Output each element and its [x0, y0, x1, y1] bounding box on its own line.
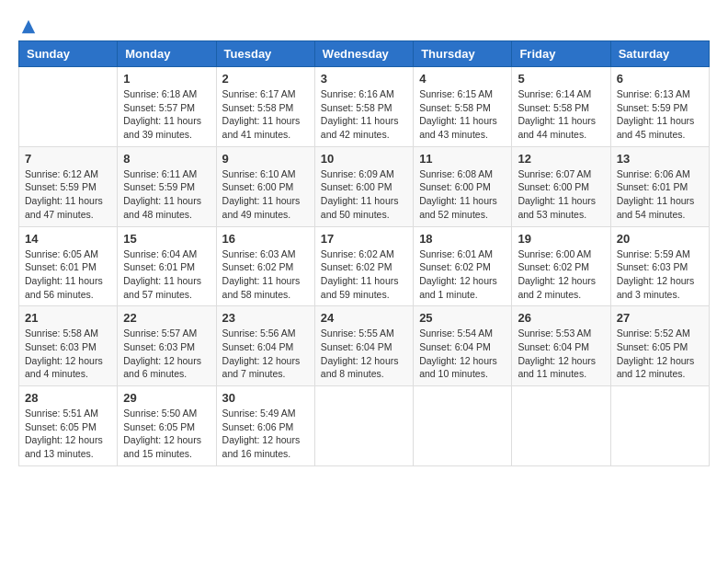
day-number: 25 [419, 311, 506, 325]
day-info: Sunrise: 6:02 AM Sunset: 6:02 PM Dayligh… [321, 247, 407, 302]
day-number: 30 [222, 391, 309, 405]
day-info: Sunrise: 5:58 AM Sunset: 6:03 PM Dayligh… [25, 327, 111, 381]
calendar-cell [19, 67, 118, 147]
day-number: 16 [222, 232, 309, 246]
calendar-cell: 13Sunrise: 6:06 AM Sunset: 6:01 PM Dayli… [610, 146, 709, 226]
day-number: 22 [123, 311, 210, 325]
day-header-tuesday: Tuesday [216, 41, 314, 67]
day-info: Sunrise: 6:04 AM Sunset: 6:01 PM Dayligh… [123, 247, 210, 302]
day-header-thursday: Thursday [414, 41, 512, 67]
day-info: Sunrise: 5:54 AM Sunset: 6:04 PM Dayligh… [419, 327, 506, 381]
day-number: 17 [321, 232, 407, 246]
calendar-cell [314, 386, 413, 466]
day-info: Sunrise: 6:14 AM Sunset: 5:58 PM Dayligh… [518, 87, 604, 142]
calendar-cell: 28Sunrise: 5:51 AM Sunset: 6:05 PM Dayli… [19, 386, 118, 466]
day-number: 23 [222, 311, 309, 325]
day-info: Sunrise: 6:12 AM Sunset: 5:59 PM Dayligh… [25, 167, 111, 222]
day-number: 27 [617, 311, 703, 325]
calendar-cell: 4Sunrise: 6:15 AM Sunset: 5:58 PM Daylig… [414, 67, 512, 147]
calendar-cell: 18Sunrise: 6:01 AM Sunset: 6:02 PM Dayli… [414, 226, 512, 306]
day-info: Sunrise: 6:06 AM Sunset: 6:01 PM Dayligh… [617, 167, 703, 222]
calendar-cell: 14Sunrise: 6:05 AM Sunset: 6:01 PM Dayli… [19, 226, 118, 306]
day-info: Sunrise: 6:13 AM Sunset: 5:59 PM Dayligh… [617, 87, 703, 142]
day-header-friday: Friday [512, 41, 610, 67]
day-info: Sunrise: 6:18 AM Sunset: 5:57 PM Dayligh… [123, 87, 210, 142]
day-number: 1 [123, 72, 210, 86]
logo [18, 18, 37, 31]
svg-marker-0 [22, 20, 35, 33]
day-number: 9 [222, 152, 309, 166]
day-header-monday: Monday [118, 41, 216, 67]
calendar-cell: 11Sunrise: 6:08 AM Sunset: 6:00 PM Dayli… [414, 146, 512, 226]
calendar-cell: 12Sunrise: 6:07 AM Sunset: 6:00 PM Dayli… [512, 146, 610, 226]
day-info: Sunrise: 6:00 AM Sunset: 6:02 PM Dayligh… [518, 247, 604, 302]
day-number: 6 [617, 72, 703, 86]
calendar-cell: 16Sunrise: 6:03 AM Sunset: 6:02 PM Dayli… [216, 226, 314, 306]
calendar-cell: 2Sunrise: 6:17 AM Sunset: 5:58 PM Daylig… [216, 67, 314, 147]
page-header [18, 18, 710, 31]
calendar-cell: 9Sunrise: 6:10 AM Sunset: 6:00 PM Daylig… [216, 146, 314, 226]
calendar-cell: 20Sunrise: 5:59 AM Sunset: 6:03 PM Dayli… [610, 226, 709, 306]
day-info: Sunrise: 5:53 AM Sunset: 6:04 PM Dayligh… [518, 327, 604, 381]
day-number: 13 [617, 152, 703, 166]
day-info: Sunrise: 6:01 AM Sunset: 6:02 PM Dayligh… [419, 247, 506, 302]
calendar-cell: 30Sunrise: 5:49 AM Sunset: 6:06 PM Dayli… [216, 386, 314, 466]
day-number: 2 [222, 72, 309, 86]
calendar-cell: 29Sunrise: 5:50 AM Sunset: 6:05 PM Dayli… [118, 386, 216, 466]
day-number: 20 [617, 232, 703, 246]
calendar-cell [610, 386, 709, 466]
day-info: Sunrise: 5:51 AM Sunset: 6:05 PM Dayligh… [25, 407, 111, 461]
day-info: Sunrise: 6:15 AM Sunset: 5:58 PM Dayligh… [419, 87, 506, 142]
calendar-cell: 21Sunrise: 5:58 AM Sunset: 6:03 PM Dayli… [19, 306, 118, 386]
day-info: Sunrise: 5:50 AM Sunset: 6:05 PM Dayligh… [123, 407, 210, 461]
calendar-cell: 22Sunrise: 5:57 AM Sunset: 6:03 PM Dayli… [118, 306, 216, 386]
calendar-week-2: 7Sunrise: 6:12 AM Sunset: 5:59 PM Daylig… [19, 146, 710, 226]
day-info: Sunrise: 6:05 AM Sunset: 6:01 PM Dayligh… [25, 247, 111, 302]
day-info: Sunrise: 6:16 AM Sunset: 5:58 PM Dayligh… [321, 87, 407, 142]
day-info: Sunrise: 6:17 AM Sunset: 5:58 PM Dayligh… [222, 87, 309, 142]
day-number: 26 [518, 311, 604, 325]
day-number: 10 [321, 152, 407, 166]
day-info: Sunrise: 6:07 AM Sunset: 6:00 PM Dayligh… [518, 167, 604, 222]
day-number: 15 [123, 232, 210, 246]
day-header-saturday: Saturday [610, 41, 709, 67]
calendar-cell: 25Sunrise: 5:54 AM Sunset: 6:04 PM Dayli… [414, 306, 512, 386]
calendar-cell: 8Sunrise: 6:11 AM Sunset: 5:59 PM Daylig… [118, 146, 216, 226]
day-header-sunday: Sunday [19, 41, 118, 67]
calendar-cell [512, 386, 610, 466]
day-info: Sunrise: 6:10 AM Sunset: 6:00 PM Dayligh… [222, 167, 309, 222]
day-info: Sunrise: 5:59 AM Sunset: 6:03 PM Dayligh… [617, 247, 703, 302]
day-info: Sunrise: 6:08 AM Sunset: 6:00 PM Dayligh… [419, 167, 506, 222]
day-info: Sunrise: 5:56 AM Sunset: 6:04 PM Dayligh… [222, 327, 309, 381]
calendar-cell [414, 386, 512, 466]
day-number: 28 [25, 391, 111, 405]
day-number: 18 [419, 232, 506, 246]
calendar-cell: 27Sunrise: 5:52 AM Sunset: 6:05 PM Dayli… [610, 306, 709, 386]
calendar-week-4: 21Sunrise: 5:58 AM Sunset: 6:03 PM Dayli… [19, 306, 710, 386]
day-number: 12 [518, 152, 604, 166]
calendar-cell: 7Sunrise: 6:12 AM Sunset: 5:59 PM Daylig… [19, 146, 118, 226]
day-info: Sunrise: 5:49 AM Sunset: 6:06 PM Dayligh… [222, 407, 309, 461]
day-number: 21 [25, 311, 111, 325]
day-info: Sunrise: 5:52 AM Sunset: 6:05 PM Dayligh… [617, 327, 703, 381]
calendar-week-1: 1Sunrise: 6:18 AM Sunset: 5:57 PM Daylig… [19, 67, 710, 147]
calendar-cell: 1Sunrise: 6:18 AM Sunset: 5:57 PM Daylig… [118, 67, 216, 147]
calendar-cell: 15Sunrise: 6:04 AM Sunset: 6:01 PM Dayli… [118, 226, 216, 306]
day-info: Sunrise: 6:09 AM Sunset: 6:00 PM Dayligh… [321, 167, 407, 222]
calendar: SundayMondayTuesdayWednesdayThursdayFrid… [18, 40, 710, 466]
calendar-cell: 5Sunrise: 6:14 AM Sunset: 5:58 PM Daylig… [512, 67, 610, 147]
calendar-cell: 3Sunrise: 6:16 AM Sunset: 5:58 PM Daylig… [314, 67, 413, 147]
calendar-cell: 23Sunrise: 5:56 AM Sunset: 6:04 PM Dayli… [216, 306, 314, 386]
day-number: 19 [518, 232, 604, 246]
day-info: Sunrise: 6:03 AM Sunset: 6:02 PM Dayligh… [222, 247, 309, 302]
logo-icon [20, 18, 37, 35]
day-number: 8 [123, 152, 210, 166]
day-info: Sunrise: 6:11 AM Sunset: 5:59 PM Dayligh… [123, 167, 210, 222]
day-header-wednesday: Wednesday [314, 41, 413, 67]
calendar-cell: 19Sunrise: 6:00 AM Sunset: 6:02 PM Dayli… [512, 226, 610, 306]
calendar-cell: 17Sunrise: 6:02 AM Sunset: 6:02 PM Dayli… [314, 226, 413, 306]
day-number: 3 [321, 72, 407, 86]
day-number: 7 [25, 152, 111, 166]
day-number: 11 [419, 152, 506, 166]
calendar-week-3: 14Sunrise: 6:05 AM Sunset: 6:01 PM Dayli… [19, 226, 710, 306]
